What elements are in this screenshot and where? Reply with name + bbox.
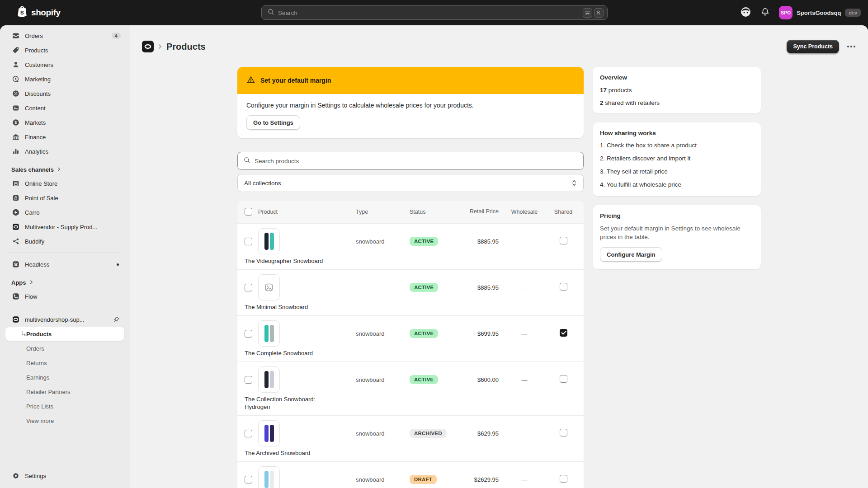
sidebar-item-orders[interactable]: Orders 4: [5, 29, 124, 42]
shopify-wordmark: shopify: [31, 8, 61, 18]
orders-icon: [12, 32, 20, 40]
bank-icon: [12, 133, 20, 141]
sidebar-subitem-price-lists[interactable]: Price Lists: [5, 399, 124, 413]
sidebar-item-point-of-sale[interactable]: Point of Sale: [5, 191, 124, 205]
product-search-input[interactable]: [255, 158, 578, 164]
sidebar-item-label: Point of Sale: [25, 195, 58, 202]
sidebar-subitem-returns[interactable]: Returns: [5, 356, 124, 370]
sidebar-divider: [7, 308, 123, 308]
sidebar-item-flow[interactable]: Flow: [5, 290, 124, 303]
products-table: Product Type Status Retail Price Wholesa…: [237, 201, 584, 488]
sidebar-item-online-store[interactable]: Online Store: [5, 177, 124, 190]
wholesale-price: —: [504, 376, 545, 383]
product-thumbnail[interactable]: [258, 320, 280, 347]
product-name[interactable]: The Collection Snowboard: Hydrogen: [245, 395, 340, 411]
sidebar: Orders 4 Products Customers Marketing: [0, 25, 130, 488]
pricing-body-text: Set your default margin in Settings to s…: [600, 224, 746, 241]
product-name[interactable]: The Complete Snowboard: [245, 349, 340, 357]
select-all-checkbox[interactable]: [245, 208, 252, 216]
sidebar-item-label: Carro: [25, 209, 40, 216]
pin-icon[interactable]: [113, 316, 120, 323]
shared-checkbox[interactable]: [560, 283, 567, 291]
row-checkbox[interactable]: [245, 330, 252, 338]
sidebar-item-analytics[interactable]: Analytics: [5, 145, 124, 158]
apps-header[interactable]: Apps: [5, 277, 124, 289]
row-checkbox[interactable]: [245, 284, 252, 291]
collections-select[interactable]: All collections: [237, 174, 584, 192]
sidebar-item-finance[interactable]: Finance: [5, 130, 124, 144]
shared-checkbox[interactable]: [560, 237, 567, 244]
row-checkbox[interactable]: [245, 430, 252, 437]
wholesale-price: —: [504, 284, 545, 291]
sidebar-item-label: Marketing: [25, 76, 51, 83]
sharing-title: How sharing works: [600, 130, 754, 136]
sidebar-item-settings[interactable]: Settings: [5, 469, 124, 483]
sidebar-item-label: Orders: [25, 33, 43, 39]
sidebar-subitem-view-more[interactable]: View more: [5, 414, 124, 427]
sidebar-item-multivendorshop-app[interactable]: multivendorshop-sup...: [5, 313, 124, 326]
shared-checkbox[interactable]: [560, 475, 567, 483]
row-checkbox[interactable]: [245, 476, 252, 483]
sidebar-item-label: Settings: [25, 473, 46, 479]
global-search-input[interactable]: [278, 9, 581, 16]
product-name[interactable]: The Minimal Snowboard: [245, 303, 340, 311]
chevron-right-icon: [57, 166, 61, 173]
sidebar-subitem-label: View more: [26, 418, 54, 424]
sidebar-item-carro[interactable]: Carro: [5, 206, 124, 219]
sidebar-subitem-products[interactable]: Products: [5, 327, 124, 341]
sidebar-subitem-orders[interactable]: Orders: [5, 342, 124, 355]
bar-chart-icon: [12, 147, 20, 155]
product-thumbnail[interactable]: [258, 466, 280, 488]
sidebar-item-multivendor[interactable]: Multivendor - Supply Prod...: [5, 220, 124, 234]
how-sharing-works-card: How sharing works 1. Check the box to sh…: [593, 122, 761, 196]
sidebar-item-discounts[interactable]: Discounts: [5, 87, 124, 100]
sidebar-item-headless[interactable]: Headless: [5, 258, 124, 271]
shopify-logo[interactable]: S shopify: [16, 5, 61, 20]
sidebar-subitem-retailer-partners[interactable]: Retailer Partners: [5, 385, 124, 399]
sidebar-item-marketing[interactable]: Marketing: [5, 72, 124, 86]
row-checkbox[interactable]: [245, 376, 252, 384]
go-to-settings-button[interactable]: Go to Settings: [246, 115, 300, 130]
sidebar-item-content[interactable]: Content: [5, 101, 124, 115]
shared-checkbox[interactable]: [560, 329, 567, 337]
shared-checkbox[interactable]: [560, 375, 567, 383]
sidebar-item-markets[interactable]: $ Markets: [5, 116, 124, 129]
wholesale-price: —: [504, 430, 545, 437]
sidebar-subitem-earnings[interactable]: Earnings: [5, 371, 124, 384]
product-thumbnail[interactable]: [258, 420, 280, 446]
shared-checkbox[interactable]: [560, 429, 567, 436]
cmd-key: ⌘: [583, 8, 592, 18]
pos-icon: [12, 194, 20, 202]
product-name[interactable]: The Videographer Snowboard: [245, 257, 340, 265]
sidebar-item-products[interactable]: Products: [5, 43, 124, 57]
account-menu[interactable]: SPO SportsGoodsqq dev: [779, 6, 861, 19]
sidekick-icon[interactable]: [740, 6, 751, 19]
table-header-row: Product Type Status Retail Price Wholesa…: [237, 201, 584, 223]
configure-margin-button[interactable]: Configure Margin: [600, 247, 662, 262]
sales-channels-header[interactable]: Sales channels: [5, 164, 124, 176]
app-breadcrumb-icon[interactable]: [142, 41, 154, 52]
product-name[interactable]: The Archived Snowboard: [245, 449, 340, 457]
sidebar-subitem-label: Retailer Partners: [26, 389, 71, 395]
sync-products-button[interactable]: Sync Products: [787, 40, 839, 53]
column-product: Product: [258, 209, 350, 215]
product-thumbnail[interactable]: [258, 366, 280, 393]
chevron-right-icon: [29, 279, 34, 286]
sidebar-item-buddify[interactable]: Buddify: [5, 235, 124, 248]
orders-count-badge: 4: [112, 33, 121, 39]
product-thumbnail-placeholder[interactable]: [258, 274, 280, 300]
avatar: SPO: [779, 6, 793, 19]
discount-badge-icon: [12, 89, 20, 98]
notifications-bell-icon[interactable]: [760, 7, 770, 19]
share-nodes-icon: [12, 237, 20, 245]
product-search[interactable]: [237, 152, 584, 170]
sidebar-item-customers[interactable]: Customers: [5, 58, 124, 71]
sidebar-item-label: Markets: [25, 119, 46, 126]
more-actions-button[interactable]: [846, 46, 856, 47]
global-search[interactable]: ⌘ K: [261, 5, 608, 20]
sidebar-item-label: Discounts: [25, 90, 51, 97]
retail-price: $600.00: [467, 376, 499, 383]
product-thumbnail[interactable]: [258, 228, 280, 254]
sharing-step: 2. Retailers discover and import it: [600, 154, 754, 163]
row-checkbox[interactable]: [245, 238, 252, 245]
